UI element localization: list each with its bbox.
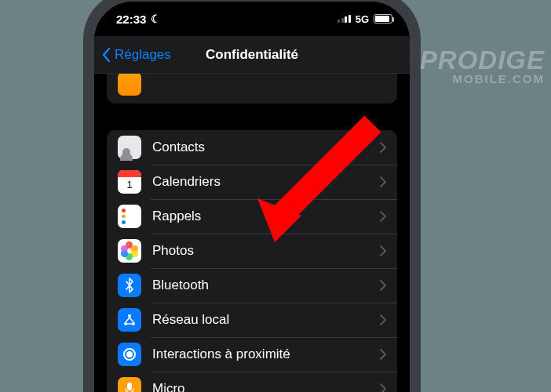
contacts-icon bbox=[118, 136, 141, 159]
svg-point-2 bbox=[132, 322, 135, 325]
svg-point-1 bbox=[124, 322, 127, 325]
settings-list[interactable]: Contacts 1 Calendriers Rappels bbox=[94, 74, 410, 392]
chevron-right-icon bbox=[380, 349, 386, 360]
chevron-right-icon bbox=[380, 176, 386, 187]
do-not-disturb-icon: ☾ bbox=[151, 13, 161, 25]
phone-frame: 22:33 ☾ 5G Réglages Confidentialité bbox=[83, 0, 421, 392]
list-item-partial[interactable] bbox=[107, 74, 397, 103]
svg-point-0 bbox=[128, 314, 131, 318]
watermark-line2: MOBILE.COM bbox=[420, 72, 545, 85]
chevron-right-icon bbox=[380, 383, 386, 392]
microphone-icon bbox=[118, 377, 141, 392]
calendar-icon: 1 bbox=[118, 170, 141, 194]
row-reminders[interactable]: Rappels bbox=[107, 199, 397, 234]
row-label: Calendriers bbox=[152, 174, 380, 190]
app-icon bbox=[118, 74, 141, 96]
settings-section: Contacts 1 Calendriers Rappels bbox=[107, 130, 397, 392]
row-contacts[interactable]: Contacts bbox=[107, 130, 397, 165]
chevron-left-icon bbox=[100, 47, 111, 63]
row-calendars[interactable]: 1 Calendriers bbox=[107, 165, 397, 199]
back-button[interactable]: Réglages bbox=[100, 47, 171, 63]
bezel: 22:33 ☾ 5G Réglages Confidentialité bbox=[94, 2, 410, 392]
reminders-icon bbox=[118, 205, 141, 228]
notch bbox=[173, 2, 330, 24]
photos-icon bbox=[118, 239, 141, 263]
row-bluetooth[interactable]: Bluetooth bbox=[107, 268, 397, 303]
row-label: Réseau local bbox=[152, 312, 380, 328]
cellular-signal-icon bbox=[338, 15, 351, 23]
svg-rect-3 bbox=[127, 383, 132, 390]
row-local-network[interactable]: Réseau local bbox=[107, 303, 397, 337]
watermark: PRODIGE MOBILE.COM bbox=[420, 45, 545, 85]
network-type: 5G bbox=[356, 13, 369, 25]
row-nearby-interactions[interactable]: Interactions à proximité bbox=[107, 337, 397, 372]
row-label: Contacts bbox=[152, 140, 380, 155]
row-label: Bluetooth bbox=[152, 278, 380, 293]
row-label: Interactions à proximité bbox=[152, 347, 380, 362]
row-microphone[interactable]: Micro bbox=[107, 372, 397, 392]
battery-icon bbox=[374, 14, 392, 24]
network-icon bbox=[118, 308, 141, 332]
watermark-line1: PRODIGE bbox=[420, 45, 545, 75]
chevron-right-icon bbox=[380, 245, 386, 256]
chevron-right-icon bbox=[380, 142, 386, 153]
row-photos[interactable]: Photos bbox=[107, 234, 397, 268]
status-time: 22:33 bbox=[116, 13, 146, 26]
screen: 22:33 ☾ 5G Réglages Confidentialité bbox=[94, 2, 410, 392]
bluetooth-icon bbox=[118, 274, 141, 297]
nearby-interactions-icon bbox=[118, 343, 141, 366]
row-label: Rappels bbox=[152, 209, 380, 224]
chevron-right-icon bbox=[380, 280, 386, 291]
row-label: Micro bbox=[152, 381, 380, 392]
chevron-right-icon bbox=[380, 211, 386, 222]
row-label: Photos bbox=[152, 243, 380, 259]
navigation-bar: Réglages Confidentialité bbox=[94, 36, 410, 74]
chevron-right-icon bbox=[380, 314, 386, 325]
back-label: Réglages bbox=[115, 47, 171, 63]
